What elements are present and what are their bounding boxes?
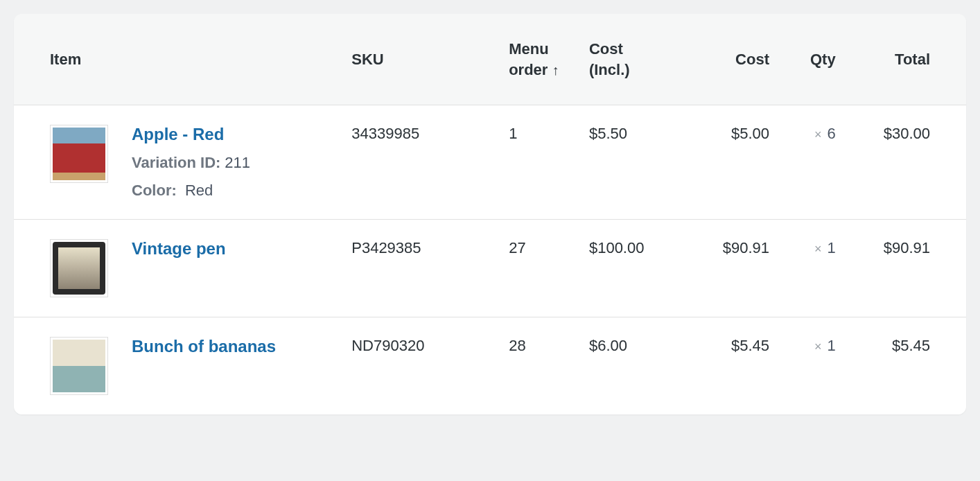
qty-value: 1 (827, 337, 835, 354)
item-text: Apple - RedVariation ID:211Color: Red (132, 125, 250, 200)
item-text: Bunch of bananas (132, 337, 276, 356)
qty-multiply-icon: × (814, 128, 822, 141)
color-value: Red (185, 182, 213, 199)
cell-cost-incl: $5.50 (579, 105, 686, 220)
sort-ascending-icon: ↑ (552, 62, 559, 78)
cell-sku: ND790320 (342, 317, 499, 415)
table-row: Vintage penP342938527$100.00$90.91×1$90.… (14, 220, 966, 317)
variation-id-label: Variation ID: (132, 154, 220, 171)
cell-cost: $5.00 (685, 105, 779, 220)
product-name-link[interactable]: Vintage pen (132, 239, 226, 259)
order-items-panel: Item SKU Menu order ↑ Cost (Incl.) Cost … (14, 14, 966, 414)
cell-qty: ×6 (779, 105, 846, 220)
cell-cost-incl: $100.00 (579, 220, 686, 317)
product-thumbnail-image (53, 242, 105, 295)
product-name-link[interactable]: Apple - Red (132, 125, 250, 144)
col-header-menu-order[interactable]: Menu order ↑ (499, 14, 579, 105)
cell-total: $30.00 (846, 105, 966, 220)
cell-menu-order: 27 (499, 220, 579, 317)
cell-item: Vintage pen (14, 220, 342, 317)
col-header-menu-order-line2: order (509, 61, 548, 78)
cell-item: Apple - RedVariation ID:211Color: Red (14, 105, 342, 219)
col-header-sku[interactable]: SKU (342, 14, 499, 105)
col-header-cost-incl-line1: Cost (589, 40, 623, 58)
product-thumbnail[interactable] (50, 239, 108, 297)
product-name-link[interactable]: Bunch of bananas (132, 337, 276, 356)
col-header-item[interactable]: Item (14, 14, 342, 105)
product-thumbnail[interactable] (50, 125, 108, 183)
product-thumbnail-image (53, 340, 105, 392)
qty-value: 6 (827, 125, 835, 142)
cell-menu-order: 1 (499, 105, 579, 220)
table-row: Apple - RedVariation ID:211Color: Red343… (14, 105, 966, 220)
cell-cost: $5.45 (685, 317, 779, 415)
cell-sku: P3429385 (342, 220, 499, 317)
order-items-table: Item SKU Menu order ↑ Cost (Incl.) Cost … (14, 14, 966, 414)
color-line: Color: Red (132, 182, 250, 200)
cell-qty: ×1 (779, 220, 846, 317)
col-header-cost-incl[interactable]: Cost (Incl.) (579, 14, 686, 105)
cell-sku: 34339985 (342, 105, 499, 220)
cell-cost: $90.91 (685, 220, 779, 317)
cell-total: $5.45 (846, 317, 966, 415)
variation-id-line: Variation ID:211 (132, 154, 250, 172)
qty-multiply-icon: × (814, 242, 822, 256)
product-thumbnail-image (53, 128, 105, 180)
col-header-total[interactable]: Total (846, 14, 966, 105)
cell-cost-incl: $6.00 (579, 317, 686, 415)
cell-item: Bunch of bananas (14, 317, 342, 414)
table-row: Bunch of bananasND79032028$6.00$5.45×1$5… (14, 317, 966, 415)
col-header-cost-incl-line2: (Incl.) (589, 61, 630, 78)
variation-id-value: 211 (225, 154, 250, 171)
col-header-qty[interactable]: Qty (779, 14, 846, 105)
cell-menu-order: 28 (499, 317, 579, 415)
qty-value: 1 (827, 239, 835, 256)
cell-total: $90.91 (846, 220, 966, 317)
qty-multiply-icon: × (814, 340, 822, 353)
col-header-cost[interactable]: Cost (685, 14, 779, 105)
cell-qty: ×1 (779, 317, 846, 415)
product-thumbnail[interactable] (50, 337, 108, 395)
color-label: Color: (132, 182, 177, 199)
item-text: Vintage pen (132, 239, 226, 259)
col-header-menu-order-line1: Menu (509, 40, 548, 58)
